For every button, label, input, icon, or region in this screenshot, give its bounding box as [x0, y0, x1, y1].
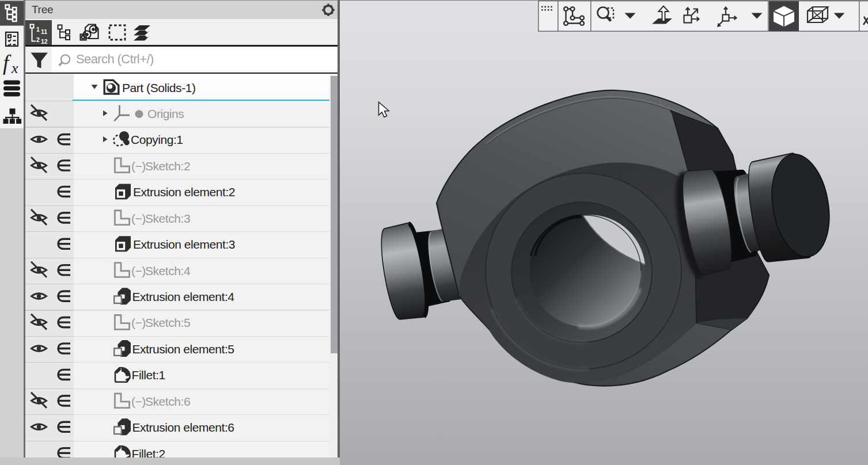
svg-text:x: x: [11, 60, 18, 77]
svg-text:11: 11: [41, 28, 47, 35]
svg-text:1: 1: [36, 26, 40, 33]
svg-text:12: 12: [41, 38, 48, 45]
svg-text:f: f: [3, 51, 12, 75]
svg-text:2: 2: [36, 36, 40, 43]
